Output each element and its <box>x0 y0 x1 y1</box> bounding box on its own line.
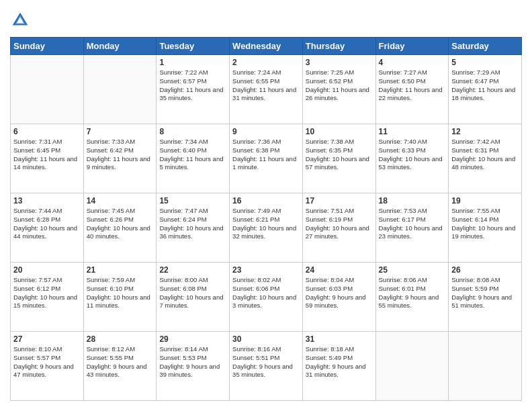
day-info: Sunrise: 8:00 AMSunset: 6:08 PMDaylight:… <box>159 276 226 310</box>
day-number: 7 <box>87 127 154 136</box>
day-number: 20 <box>13 265 81 275</box>
day-number: 11 <box>379 127 446 136</box>
day-number: 27 <box>13 334 81 344</box>
calendar-week-5: 27Sunrise: 8:10 AMSunset: 5:57 PMDayligh… <box>11 332 522 401</box>
day-info: Sunrise: 7:31 AMSunset: 6:45 PMDaylight:… <box>13 138 81 172</box>
day-number: 29 <box>159 334 226 344</box>
day-number: 25 <box>379 265 446 275</box>
day-info: Sunrise: 7:57 AMSunset: 6:12 PMDaylight:… <box>13 276 81 310</box>
weekday-header-sunday: Sunday <box>11 38 84 55</box>
day-number: 5 <box>451 58 519 67</box>
logo <box>10 10 33 30</box>
calendar-cell: 28Sunrise: 8:12 AMSunset: 5:55 PMDayligh… <box>83 332 157 401</box>
calendar-cell: 31Sunrise: 8:18 AMSunset: 5:49 PMDayligh… <box>302 332 375 401</box>
calendar-cell: 16Sunrise: 7:49 AMSunset: 6:21 PMDayligh… <box>230 193 303 263</box>
calendar-cell: 14Sunrise: 7:45 AMSunset: 6:26 PMDayligh… <box>83 193 157 263</box>
day-number: 24 <box>306 265 373 275</box>
day-number: 6 <box>13 127 81 136</box>
day-info: Sunrise: 8:10 AMSunset: 5:57 PMDaylight:… <box>13 345 81 379</box>
calendar-cell: 15Sunrise: 7:47 AMSunset: 6:24 PMDayligh… <box>157 193 230 263</box>
day-info: Sunrise: 7:36 AMSunset: 6:38 PMDaylight:… <box>232 138 300 172</box>
calendar-cell: 13Sunrise: 7:44 AMSunset: 6:28 PMDayligh… <box>11 193 84 263</box>
weekday-header-wednesday: Wednesday <box>230 38 303 55</box>
calendar-cell: 30Sunrise: 8:16 AMSunset: 5:51 PMDayligh… <box>230 332 303 401</box>
calendar-cell: 9Sunrise: 7:36 AMSunset: 6:38 PMDaylight… <box>230 124 303 193</box>
day-info: Sunrise: 8:06 AMSunset: 6:01 PMDaylight:… <box>379 276 446 310</box>
day-info: Sunrise: 7:45 AMSunset: 6:26 PMDaylight:… <box>87 207 154 241</box>
day-number: 14 <box>87 196 154 205</box>
day-number: 9 <box>232 127 300 136</box>
day-number: 19 <box>451 196 519 205</box>
calendar-cell: 11Sunrise: 7:40 AMSunset: 6:33 PMDayligh… <box>375 124 449 193</box>
day-info: Sunrise: 7:27 AMSunset: 6:50 PMDaylight:… <box>379 68 446 103</box>
day-number: 28 <box>87 334 154 344</box>
day-info: Sunrise: 7:44 AMSunset: 6:28 PMDaylight:… <box>13 207 81 241</box>
day-info: Sunrise: 7:51 AMSunset: 6:19 PMDaylight:… <box>306 207 373 241</box>
calendar-cell: 12Sunrise: 7:42 AMSunset: 6:31 PMDayligh… <box>449 124 522 193</box>
calendar-cell: 1Sunrise: 7:22 AMSunset: 6:57 PMDaylight… <box>157 55 230 124</box>
weekday-header-tuesday: Tuesday <box>157 38 230 55</box>
day-number: 2 <box>232 58 300 67</box>
header <box>10 10 522 30</box>
day-number: 8 <box>159 127 226 136</box>
calendar-table: SundayMondayTuesdayWednesdayThursdayFrid… <box>10 37 522 401</box>
calendar-cell <box>375 332 449 401</box>
calendar-cell: 7Sunrise: 7:33 AMSunset: 6:42 PMDaylight… <box>83 124 157 193</box>
calendar-cell: 29Sunrise: 8:14 AMSunset: 5:53 PMDayligh… <box>157 332 230 401</box>
weekday-header-saturday: Saturday <box>449 38 522 55</box>
day-info: Sunrise: 8:02 AMSunset: 6:06 PMDaylight:… <box>232 276 300 310</box>
calendar-cell: 18Sunrise: 7:53 AMSunset: 6:17 PMDayligh… <box>375 193 449 263</box>
day-info: Sunrise: 7:22 AMSunset: 6:57 PMDaylight:… <box>159 68 226 103</box>
page: SundayMondayTuesdayWednesdayThursdayFrid… <box>0 0 532 411</box>
day-number: 1 <box>159 58 226 67</box>
day-info: Sunrise: 8:16 AMSunset: 5:51 PMDaylight:… <box>232 345 300 379</box>
weekday-header-thursday: Thursday <box>302 38 375 55</box>
calendar-cell <box>83 55 157 124</box>
day-number: 4 <box>379 58 446 67</box>
day-info: Sunrise: 7:34 AMSunset: 6:40 PMDaylight:… <box>159 138 226 172</box>
day-number: 15 <box>159 196 226 205</box>
day-number: 10 <box>306 127 373 136</box>
day-info: Sunrise: 7:25 AMSunset: 6:52 PMDaylight:… <box>306 68 373 103</box>
calendar-week-2: 6Sunrise: 7:31 AMSunset: 6:45 PMDaylight… <box>11 124 522 193</box>
calendar-cell: 19Sunrise: 7:55 AMSunset: 6:14 PMDayligh… <box>449 193 522 263</box>
calendar-cell: 22Sunrise: 8:00 AMSunset: 6:08 PMDayligh… <box>157 263 230 332</box>
day-info: Sunrise: 7:42 AMSunset: 6:31 PMDaylight:… <box>451 138 519 172</box>
day-info: Sunrise: 7:40 AMSunset: 6:33 PMDaylight:… <box>379 138 446 172</box>
calendar-cell: 27Sunrise: 8:10 AMSunset: 5:57 PMDayligh… <box>11 332 84 401</box>
weekday-header-monday: Monday <box>83 38 157 55</box>
day-info: Sunrise: 7:38 AMSunset: 6:35 PMDaylight:… <box>306 138 373 172</box>
day-number: 18 <box>379 196 446 205</box>
calendar-cell: 26Sunrise: 8:08 AMSunset: 5:59 PMDayligh… <box>449 263 522 332</box>
day-number: 12 <box>451 127 519 136</box>
day-number: 31 <box>306 334 373 344</box>
day-info: Sunrise: 7:33 AMSunset: 6:42 PMDaylight:… <box>87 138 154 172</box>
day-info: Sunrise: 8:14 AMSunset: 5:53 PMDaylight:… <box>159 345 226 379</box>
calendar-cell: 20Sunrise: 7:57 AMSunset: 6:12 PMDayligh… <box>11 263 84 332</box>
weekday-header-row: SundayMondayTuesdayWednesdayThursdayFrid… <box>11 38 522 55</box>
day-number: 16 <box>232 196 300 205</box>
calendar-week-1: 1Sunrise: 7:22 AMSunset: 6:57 PMDaylight… <box>11 55 522 124</box>
day-number: 21 <box>87 265 154 275</box>
calendar-cell <box>11 55 84 124</box>
calendar-cell: 25Sunrise: 8:06 AMSunset: 6:01 PMDayligh… <box>375 263 449 332</box>
day-info: Sunrise: 8:08 AMSunset: 5:59 PMDaylight:… <box>451 276 519 310</box>
day-number: 23 <box>232 265 300 275</box>
day-number: 17 <box>306 196 373 205</box>
calendar-cell <box>449 332 522 401</box>
day-number: 30 <box>232 334 300 344</box>
day-info: Sunrise: 8:04 AMSunset: 6:03 PMDaylight:… <box>306 276 373 310</box>
calendar-cell: 21Sunrise: 7:59 AMSunset: 6:10 PMDayligh… <box>83 263 157 332</box>
day-info: Sunrise: 7:55 AMSunset: 6:14 PMDaylight:… <box>451 207 519 241</box>
calendar-cell: 23Sunrise: 8:02 AMSunset: 6:06 PMDayligh… <box>230 263 303 332</box>
calendar-cell: 10Sunrise: 7:38 AMSunset: 6:35 PMDayligh… <box>302 124 375 193</box>
calendar-cell: 5Sunrise: 7:29 AMSunset: 6:47 PMDaylight… <box>449 55 522 124</box>
logo-icon <box>10 10 30 30</box>
calendar-cell: 24Sunrise: 8:04 AMSunset: 6:03 PMDayligh… <box>302 263 375 332</box>
calendar-cell: 2Sunrise: 7:24 AMSunset: 6:55 PMDaylight… <box>230 55 303 124</box>
calendar-cell: 8Sunrise: 7:34 AMSunset: 6:40 PMDaylight… <box>157 124 230 193</box>
calendar-cell: 4Sunrise: 7:27 AMSunset: 6:50 PMDaylight… <box>375 55 449 124</box>
day-number: 26 <box>451 265 519 275</box>
day-info: Sunrise: 7:59 AMSunset: 6:10 PMDaylight:… <box>87 276 154 310</box>
day-info: Sunrise: 7:49 AMSunset: 6:21 PMDaylight:… <box>232 207 300 241</box>
